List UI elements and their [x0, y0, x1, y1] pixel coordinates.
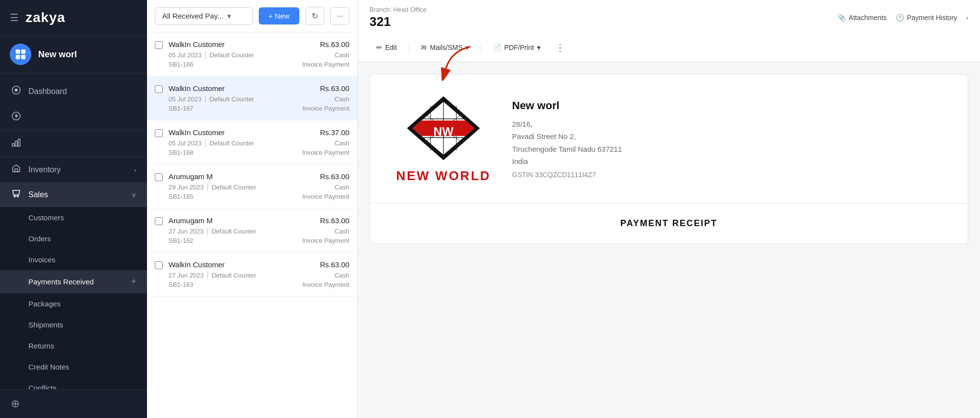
avatar — [10, 44, 31, 65]
logo: zakya — [25, 10, 65, 25]
refresh-button[interactable]: ↻ — [305, 7, 324, 25]
branch-label: Branch: Head Office — [369, 6, 427, 13]
payment-amount: Rs.63.00 — [320, 260, 349, 269]
payment-date: 27 Jun 2023 — [169, 228, 204, 235]
item-checkbox[interactable] — [155, 85, 163, 93]
item-checkbox[interactable] — [155, 261, 163, 269]
sidebar-item-conflicts[interactable]: Conflicts — [0, 377, 147, 389]
hamburger-icon[interactable]: ☰ — [10, 12, 19, 23]
payment-type: Invoice Payment — [302, 237, 349, 244]
payment-type: Invoice Payment — [302, 281, 349, 288]
edit-button[interactable]: ✏ Edit — [369, 40, 404, 55]
add-icon[interactable]: ⊕ — [11, 397, 20, 410]
list-item[interactable]: WalkIn Customer Rs.63.00 05 Jul 2023 | D… — [147, 76, 357, 120]
payment-mode: Cash — [335, 272, 349, 279]
sidebar-item-credit-notes[interactable]: Credit Notes — [0, 356, 147, 377]
list-item[interactable]: WalkIn Customer Rs.63.00 05 Jul 2023 | D… — [147, 32, 357, 76]
svg-rect-3 — [21, 55, 25, 59]
sidebar-item-returns[interactable]: Returns — [0, 335, 147, 356]
list-item[interactable]: Arumugam M Rs.63.00 27 Jun 2023 | Defaul… — [147, 209, 357, 253]
payment-mode: Cash — [335, 95, 349, 103]
customer-name: WalkIn Customer — [169, 260, 224, 269]
counter-name: Default Counter — [212, 272, 256, 279]
customer-name: WalkIn Customer — [169, 40, 224, 48]
sidebar-item-label: Sales — [28, 190, 124, 199]
list-panel: All Received Pay... ▾ + New ↻ ··· WalkIn… — [147, 0, 358, 418]
sidebar-item-inventory[interactable]: Inventory › — [0, 157, 147, 182]
counter-name: Default Counter — [212, 228, 256, 235]
sidebar-item-sales[interactable]: Sales ∨ — [0, 182, 147, 207]
sidebar-item-label: Orders — [28, 234, 51, 243]
svg-rect-8 — [12, 143, 14, 146]
sidebar-item-orders[interactable]: Orders — [0, 228, 147, 249]
list-item[interactable]: WalkIn Customer Rs.63.00 27 Jun 2023 | D… — [147, 253, 357, 297]
new-button[interactable]: + New — [259, 7, 299, 24]
list-item-content: WalkIn Customer Rs.63.00 05 Jul 2023 | D… — [169, 40, 349, 68]
counter-name: Default Counter — [209, 139, 254, 147]
item-checkbox[interactable] — [155, 217, 163, 225]
sidebar-item-icon2[interactable] — [0, 131, 147, 157]
payment-mode: Cash — [335, 184, 349, 191]
chevron-down-icon: ▾ — [227, 12, 231, 21]
detail-toolbar: ✏ Edit ✉ Mails/SMS ▾ 📄 PDF/Print ▾ — [369, 33, 968, 62]
filter-dropdown[interactable]: All Received Pay... ▾ — [155, 7, 253, 25]
svg-text:NW: NW — [434, 125, 454, 138]
address-line2: Pavadi Street No 2, — [512, 130, 943, 143]
org-name: New worl — [38, 49, 77, 60]
payment-mode: Cash — [335, 139, 349, 147]
sidebar-item-dashboard[interactable]: Dashboard — [0, 78, 147, 104]
sidebar-item-payments-received[interactable]: Payments Received + — [0, 270, 147, 293]
payment-number: 321 — [369, 14, 427, 29]
chevron-down-icon: ▾ — [537, 44, 540, 51]
counter-name: Default Counter — [212, 184, 256, 191]
payment-amount: Rs.37.00 — [320, 128, 349, 137]
pdf-print-button[interactable]: 📄 PDF/Print ▾ — [486, 40, 547, 55]
payment-ref: SB1-168 — [169, 149, 194, 156]
svg-rect-11 — [15, 169, 18, 172]
payment-amount: Rs.63.00 — [320, 84, 349, 93]
gstin: GSTIN 33CQZCD1111I4Z7 — [512, 171, 943, 179]
attachments-link[interactable]: 📎 Attachments — [837, 14, 887, 22]
sidebar-item-label: Shipments — [28, 321, 63, 329]
plus-icon[interactable]: + — [131, 277, 136, 287]
sidebar-item-packages[interactable]: Packages — [0, 293, 147, 314]
item-checkbox[interactable] — [155, 173, 163, 181]
list-item-content: WalkIn Customer Rs.63.00 27 Jun 2023 | D… — [169, 260, 349, 288]
sidebar-item-label: Returns — [28, 342, 54, 350]
receipt-title-section: PAYMENT RECEIPT — [370, 204, 968, 243]
more-options-button[interactable]: ··· — [330, 7, 349, 25]
brand-name: NEW WORLD — [396, 168, 490, 184]
payment-type: Invoice Payment — [302, 193, 349, 200]
mails-sms-button[interactable]: ✉ Mails/SMS ▾ — [414, 40, 476, 55]
detail-panel: Branch: Head Office 321 📎 Attachments 🕐 … — [358, 0, 980, 418]
more-actions-button[interactable]: ⋮ — [550, 38, 570, 57]
chart-icon — [11, 138, 22, 150]
sidebar-item-label: Invoices — [28, 255, 55, 264]
sidebar-item-label: Customers — [28, 213, 64, 222]
payment-ref: SB1-166 — [169, 61, 194, 68]
svg-point-12 — [14, 196, 16, 197]
svg-point-6 — [16, 90, 17, 91]
payment-ref: SB1-165 — [169, 193, 194, 200]
currency-icon — [11, 111, 22, 123]
list-item[interactable]: WalkIn Customer Rs.37.00 05 Jul 2023 | D… — [147, 120, 357, 164]
svg-rect-10 — [18, 139, 20, 146]
address-line4: India — [512, 155, 943, 168]
sidebar-item-customers[interactable]: Customers — [0, 207, 147, 228]
list-item-content: Arumugam M Rs.63.00 27 Jun 2023 | Defaul… — [169, 216, 349, 244]
item-checkbox[interactable] — [155, 129, 163, 137]
svg-rect-0 — [16, 49, 20, 54]
org-section: New worl — [0, 36, 147, 73]
customer-name: Arumugam M — [169, 216, 213, 225]
nw-logo: NW — [404, 94, 483, 163]
sidebar-item-invoices[interactable]: Invoices — [0, 249, 147, 270]
address-line3: Tiruchengode Tamil Nadu 637211 — [512, 143, 943, 156]
nav-chevron-icon[interactable]: › — [966, 14, 968, 22]
sidebar-item-label: Inventory — [28, 165, 127, 174]
sidebar-item-shipments[interactable]: Shipments — [0, 314, 147, 335]
sidebar-item-icon1[interactable] — [0, 104, 147, 131]
payment-history-link[interactable]: 🕐 Payment History — [896, 14, 957, 22]
item-checkbox[interactable] — [155, 41, 163, 49]
sidebar-item-label: Dashboard — [28, 87, 136, 96]
list-item[interactable]: Arumugam M Rs.63.00 29 Jun 2023 | Defaul… — [147, 164, 357, 209]
